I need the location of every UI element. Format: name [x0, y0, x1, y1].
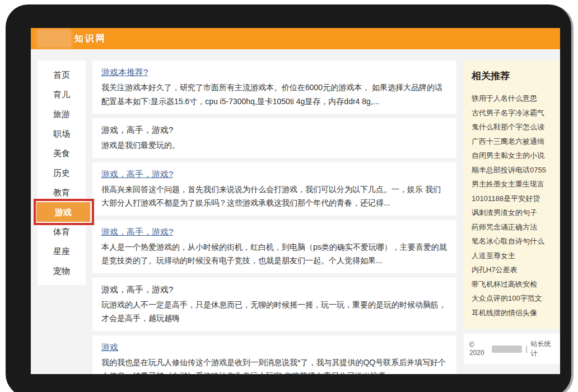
sidebar-item-home[interactable]: 首页 [38, 65, 86, 85]
post-card: 游戏，高手，游戏? 游戏是我们最爱玩的。 [92, 118, 456, 158]
recommendation-link[interactable]: 药师咒念诵正确方法 [472, 220, 552, 235]
post-excerpt: 我的我也是在玩凡人修仙传这个游戏是收到一则消息说我*了，我与其提供的QQ号联系后… [101, 356, 448, 375]
post-title-link[interactable]: 游戏，高手，游戏? [101, 226, 173, 237]
footer-divider: | [525, 345, 527, 353]
recommendation-link[interactable]: 内孔H7公差表 [472, 263, 552, 277]
sidebar-item-pets[interactable]: 宠物 [38, 261, 86, 281]
sidebar-item-sports[interactable]: 体育 [38, 222, 86, 241]
recommendation-link[interactable]: 鬼什么鞋那个字怎么读 [472, 120, 552, 134]
recommendation-link[interactable]: 古代男子名字冷冰霸气 [472, 106, 552, 120]
post-list: 游戏本推荐? 我关注游戏本好久了，研究了市面所有主流游戏本。价位在6000元的游… [92, 60, 456, 374]
post-excerpt: 很高兴来回答这个问题，首先我们来说说为什么会打游戏，我们可以分为以下几点。一，娱… [101, 183, 448, 210]
recommendation-link[interactable]: 自闭男主黏女主的小说 [472, 148, 552, 163]
post-title-link[interactable]: 游戏 [101, 342, 118, 353]
site-title: 知识网 [74, 28, 106, 49]
recommendation-link[interactable]: 大众点评的100字范文 [472, 291, 552, 306]
post-excerpt: 游戏是我们最爱玩的。 [101, 138, 448, 152]
related-recommendations-title: 相关推荐 [472, 69, 552, 82]
sidebar-item-career[interactable]: 职场 [38, 124, 86, 143]
recommendation-link[interactable]: 广西十三鹰老六被通缉 [472, 134, 552, 149]
site-header: 知识网 [31, 28, 560, 49]
post-card: 游戏，高手，游戏? 玩游戏的人不一定是高手，只是休息而已，无聊的时候摇一摇，玩一… [92, 278, 456, 331]
censored-site-name [492, 346, 522, 353]
browser-screen: 知识网 首页 育儿 旅游 职场 美食 历史 教育 游戏 体育 星座 宠物 游戏本… [31, 28, 560, 374]
recommendation-link[interactable]: 顺丰总部投诉电话0755 [472, 163, 552, 178]
post-excerpt: 我关注游戏本好久了，研究了市面所有主流游戏本。价位在6000元的游戏本， 如果选… [101, 81, 448, 108]
sidebar-item-travel[interactable]: 旅游 [38, 104, 86, 124]
post-title: 游戏，高手，游戏? [101, 124, 173, 136]
post-card: 游戏 我的我也是在玩凡人修仙传这个游戏是收到一则消息说我*了，我与其提供的QQ号… [92, 335, 456, 375]
recommendation-link[interactable]: 笔名冰心取自诗句什么 [472, 234, 552, 249]
post-card: 游戏，高手，游戏? 本人是一个热爱游戏的，从小时候的街机，红白机，到电脑（ps类… [92, 220, 456, 273]
post-card: 游戏本推荐? 我关注游戏本好久了，研究了市面所有主流游戏本。价位在6000元的游… [92, 60, 456, 114]
site-logo-blurred [38, 30, 71, 47]
post-title: 游戏，高手，游戏? [101, 284, 173, 295]
page-body: 首页 育儿 旅游 职场 美食 历史 教育 游戏 体育 星座 宠物 游戏本推荐? … [31, 49, 560, 374]
sidebar-item-education[interactable]: 教育 [38, 183, 86, 202]
related-recommendations-panel: 相关推荐 轶用于人名什么意思 古代男子名字冷冰霸气 鬼什么鞋那个字怎么读 广西十… [464, 60, 560, 329]
sidebar-item-history[interactable]: 历史 [38, 163, 86, 183]
recommendation-link[interactable]: 带飞机杯过高铁安检 [472, 277, 552, 292]
right-column: 相关推荐 轶用于人名什么意思 古代男子名字冷冰霸气 鬼什么鞋那个字怎么读 广西十… [464, 60, 560, 364]
sidebar-item-games-active[interactable]: 游戏 [36, 202, 90, 222]
post-excerpt: 本人是一个热爱游戏的，从小时候的街机，红白机，到电脑（ps类的确实不爱玩哪），主… [101, 240, 448, 268]
recommendation-link[interactable]: 讽刺渣男渣女的句子 [472, 206, 552, 220]
sidebar-nav: 首页 育儿 旅游 职场 美食 历史 教育 游戏 体育 星座 宠物 [38, 60, 86, 285]
recommendation-link[interactable]: 人道至尊女主 [472, 249, 552, 263]
site-stats-link[interactable]: 站长统计 [531, 339, 554, 358]
device-frame: 知识网 首页 育儿 旅游 职场 美食 历史 教育 游戏 体育 星座 宠物 游戏本… [6, 4, 571, 392]
post-excerpt: 玩游戏的人不一定是高手，只是休息而已，无聊的时候摇一摇，玩一玩，重要的是玩的时候… [101, 298, 448, 325]
post-title-link[interactable]: 游戏本推荐? [101, 67, 148, 78]
recommendation-link[interactable]: 男主姓墨女主重生现言 [472, 177, 552, 192]
recommendation-link[interactable]: 轶用于人名什么意思 [472, 91, 552, 106]
recommendation-link[interactable]: 10101188是平安好贷 [472, 192, 552, 206]
sidebar-item-horoscope[interactable]: 星座 [38, 241, 86, 261]
sidebar-item-parenting[interactable]: 育儿 [38, 85, 86, 104]
copyright-text: © 2020 [469, 341, 488, 357]
footer: © 2020 | 站长统计 [464, 334, 560, 364]
post-card: 游戏，高手，游戏? 很高兴来回答这个问题，首先我们来说说为什么会打游戏，我们可以… [92, 162, 456, 216]
recommendation-link[interactable]: 耳机线摆的情侣头像 [472, 306, 552, 320]
post-title-link[interactable]: 游戏，高手，游戏? [101, 169, 173, 180]
sidebar-item-food[interactable]: 美食 [38, 143, 86, 163]
